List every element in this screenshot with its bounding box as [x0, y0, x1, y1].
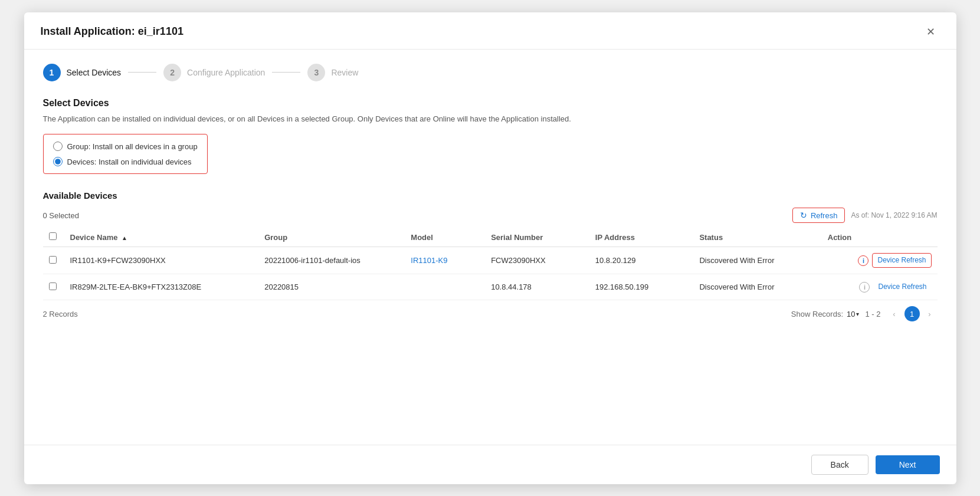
step-3-label: Review	[331, 68, 358, 77]
step-3: 3 Review	[307, 64, 358, 81]
row2-model	[405, 274, 485, 300]
row1-group: 20221006-ir1101-default-ios	[258, 247, 405, 274]
table-header-row: Device Name ▲ Group Model Serial Number …	[43, 228, 938, 247]
row2-ip: 192.168.50.199	[589, 274, 694, 300]
header-action: Action	[822, 228, 938, 247]
back-button[interactable]: Back	[811, 455, 868, 475]
install-type-group: Group: Install on all devices in a group…	[43, 134, 208, 174]
row2-checkbox[interactable]	[49, 283, 57, 290]
modal-body: 1 Select Devices 2 Configure Application…	[24, 50, 956, 445]
row2-action-group: i Device Refresh	[828, 280, 932, 294]
step-2-label: Configure Application	[187, 68, 265, 77]
row1-serial: FCW23090HXX	[485, 247, 589, 274]
select-devices-desc: The Application can be installed on indi…	[43, 113, 938, 125]
available-devices-title: Available Devices	[43, 190, 938, 201]
row1-device-refresh-button[interactable]: Device Refresh	[872, 253, 931, 268]
step-divider-2	[272, 72, 300, 73]
row1-checkbox-cell	[43, 247, 64, 274]
header-status: Status	[693, 228, 821, 247]
header-device-name[interactable]: Device Name ▲	[64, 228, 259, 247]
step-3-circle: 3	[307, 64, 325, 81]
row1-device-name: IR1101-K9+FCW23090HXX	[64, 247, 259, 274]
step-2: 2 Configure Application	[163, 64, 265, 81]
radio-group-label: Group: Install on all devices in a group	[67, 142, 198, 151]
modal-footer: Back Next	[24, 445, 956, 484]
as-of-text: As of: Nov 1, 2022 9:16 AM	[851, 211, 937, 219]
refresh-icon: ↻	[800, 211, 807, 220]
prev-page-button[interactable]: ‹	[887, 306, 902, 321]
row2-serial: 10.8.44.178	[485, 274, 589, 300]
row1-model-link[interactable]: IR1101-K9	[411, 256, 447, 265]
row1-checkbox[interactable]	[49, 256, 57, 264]
radio-group-input[interactable]	[53, 142, 63, 151]
table-footer: 2 Records Show Records: 10 ▾ 1 - 2 ‹ 1 ›	[43, 300, 938, 321]
table-row: IR1101-K9+FCW23090HXX 20221006-ir1101-de…	[43, 247, 938, 274]
close-button[interactable]: ✕	[922, 23, 940, 41]
row1-info-icon[interactable]: i	[858, 255, 868, 266]
refresh-button[interactable]: ↻ Refresh	[792, 208, 845, 223]
next-page-button[interactable]: ›	[922, 306, 938, 321]
stepper: 1 Select Devices 2 Configure Application…	[43, 64, 938, 81]
row1-action-group: i Device Refresh	[828, 253, 932, 268]
table-row: IR829M-2LTE-EA-BK9+FTX2313Z08E 20220815 …	[43, 274, 938, 300]
radio-devices-input[interactable]	[53, 157, 63, 166]
selected-count: 0 Selected	[43, 211, 79, 220]
refresh-label: Refresh	[811, 211, 838, 220]
header-ip: IP Address	[589, 228, 694, 247]
row1-model: IR1101-K9	[405, 247, 485, 274]
step-2-circle: 2	[163, 64, 181, 81]
radio-group-option[interactable]: Group: Install on all devices in a group	[53, 142, 198, 151]
row1-status: Discovered With Error	[693, 247, 821, 274]
step-1-label: Select Devices	[67, 68, 122, 77]
header-serial: Serial Number	[485, 228, 589, 247]
header-checkbox-col	[43, 228, 64, 247]
modal-header: Install Application: ei_ir1101 ✕	[24, 12, 956, 50]
radio-devices-option[interactable]: Devices: Install on individual devices	[53, 157, 198, 166]
table-toolbar: 0 Selected ↻ Refresh As of: Nov 1, 2022 …	[43, 208, 938, 223]
step-1-circle: 1	[43, 64, 61, 81]
show-records-select[interactable]: 10 ▾	[847, 310, 859, 318]
modal: Install Application: ei_ir1101 ✕ 1 Selec…	[24, 12, 956, 484]
select-all-checkbox[interactable]	[49, 232, 57, 240]
row1-action-cell: i Device Refresh	[822, 247, 938, 274]
row2-status: Discovered With Error	[693, 274, 821, 300]
step-divider-1	[128, 72, 156, 73]
pagination-range: 1 - 2	[865, 310, 880, 318]
page-nav: ‹ 1 ›	[887, 306, 938, 321]
toolbar-right: ↻ Refresh As of: Nov 1, 2022 9:16 AM	[792, 208, 938, 223]
row1-ip: 10.8.20.129	[589, 247, 694, 274]
row2-action-cell: i Device Refresh	[822, 274, 938, 300]
row2-info-icon[interactable]: i	[859, 282, 870, 293]
row2-checkbox-cell	[43, 274, 64, 300]
pagination-right: Show Records: 10 ▾ 1 - 2 ‹ 1 ›	[791, 306, 938, 321]
radio-devices-label: Devices: Install on individual devices	[67, 157, 192, 166]
row2-device-name: IR829M-2LTE-EA-BK9+FTX2313Z08E	[64, 274, 259, 300]
row2-device-refresh-button[interactable]: Device Refresh	[873, 280, 931, 294]
header-model: Model	[405, 228, 485, 247]
header-group: Group	[258, 228, 405, 247]
select-devices-title: Select Devices	[43, 98, 938, 109]
records-total: 2 Records	[43, 310, 78, 318]
show-records-label: Show Records:	[791, 310, 843, 318]
row2-group: 20220815	[258, 274, 405, 300]
show-records: Show Records: 10 ▾	[791, 310, 860, 318]
modal-title: Install Application: ei_ir1101	[41, 25, 183, 38]
chevron-down-icon: ▾	[856, 311, 859, 317]
devices-table: Device Name ▲ Group Model Serial Number …	[43, 228, 938, 300]
page-1-button[interactable]: 1	[904, 306, 920, 321]
step-1: 1 Select Devices	[43, 64, 122, 81]
sort-arrow-icon: ▲	[122, 235, 127, 241]
next-button[interactable]: Next	[876, 455, 940, 474]
